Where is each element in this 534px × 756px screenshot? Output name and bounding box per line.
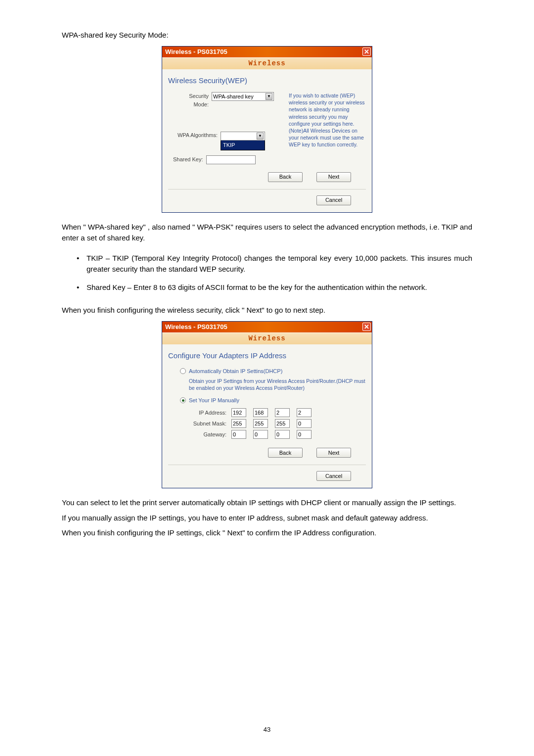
cancel-button[interactable]: Cancel (316, 195, 351, 205)
title-bar: Wireless - PS031705 ✕ (162, 47, 372, 57)
shared-key-label: Shared Key: (173, 155, 203, 164)
dialog-body: Configure Your Adapters IP Address Autom… (162, 344, 372, 488)
banner-text: Wireless (248, 333, 285, 344)
shared-key-input[interactable] (206, 155, 256, 164)
chevron-down-icon: ▼ (257, 133, 264, 140)
mask-octet-input[interactable]: 255 (253, 419, 268, 428)
ip-config-dialog: Wireless - PS031705 ✕ Wireless Configure… (162, 321, 372, 489)
paragraph: When " WPA-shared key" , also named " WP… (62, 222, 472, 244)
cancel-button[interactable]: Cancel (316, 471, 351, 481)
radio-icon (180, 397, 186, 403)
close-icon[interactable]: ✕ (362, 47, 371, 56)
gateway-octet-input[interactable]: 0 (253, 430, 268, 439)
back-button[interactable]: Back (268, 172, 303, 182)
mask-octet-input[interactable]: 255 (231, 419, 246, 428)
wpa-algorithms-label: WPA Algorithms: (173, 131, 218, 140)
security-mode-value: WPA-shared key (213, 93, 254, 101)
security-mode-select[interactable]: WPA-shared key ▼ (212, 92, 274, 101)
security-mode-label: Security Mode: (173, 92, 209, 108)
radio-manual-label: Set Your IP Manually (189, 396, 239, 405)
paragraph: You can select to let the print server a… (62, 497, 472, 509)
title-bar: Wireless - PS031705 ✕ (162, 322, 372, 332)
ip-octet-input[interactable]: 192 (231, 408, 246, 417)
dropdown-option-tkip[interactable]: TKIP (221, 141, 265, 150)
radio-icon (180, 368, 186, 374)
dialog-banner: Wireless (162, 57, 372, 69)
radio-dhcp[interactable]: Automatically Obtain IP Settins(DHCP) (180, 367, 366, 376)
ip-octet-input[interactable]: 2 (275, 408, 290, 417)
radio-manual[interactable]: Set Your IP Manually (180, 396, 366, 405)
shared-key-row: Shared Key: (173, 155, 289, 164)
ip-address-label: IP Address: (193, 409, 228, 417)
mask-octet-input[interactable]: 255 (275, 419, 290, 428)
wpa-algorithms-select[interactable]: ▼ (221, 132, 265, 141)
wpa-heading: WPA-shared key Security Mode: (62, 30, 472, 41)
ip-octet-input[interactable]: 168 (253, 408, 268, 417)
ip-octet-input[interactable]: 2 (297, 408, 312, 417)
dialog-body: Wireless Security(WEP) Security Mode: WP… (162, 69, 372, 212)
wpa-algorithms-row: WPA Algorithms: ▼ TKIP (173, 130, 289, 150)
bullet-list: TKIP – TKIP (Temporal Key Integrity Prot… (62, 248, 472, 305)
paragraph: If you manually assign the IP settings, … (62, 513, 472, 524)
list-item: Shared Key – Enter 8 to 63 digits of ASC… (77, 282, 472, 293)
gateway-octet-input[interactable]: 0 (231, 430, 246, 439)
list-item: TKIP – TKIP (Temporal Key Integrity Prot… (77, 253, 472, 275)
banner-text: Wireless (248, 58, 285, 69)
help-text: If you wish to activate (WEP) wireless s… (289, 92, 366, 169)
dialog-title: Wireless - PS031705 (165, 322, 227, 332)
wpa-algorithms-dropdown[interactable]: TKIP (221, 140, 265, 150)
ip-section-title: Configure Your Adapters IP Address (168, 350, 366, 362)
dialog-title: Wireless - PS031705 (165, 47, 227, 57)
gateway-octet-input[interactable]: 0 (275, 430, 290, 439)
close-icon[interactable]: ✕ (362, 323, 371, 331)
gateway-octet-input[interactable]: 0 (297, 430, 312, 439)
mask-octet-input[interactable]: 0 (297, 419, 312, 428)
security-section-title: Wireless Security(WEP) (168, 75, 366, 87)
wireless-security-dialog: Wireless - PS031705 ✕ Wireless Wireless … (162, 46, 372, 213)
back-button[interactable]: Back (268, 448, 303, 458)
paragraph: When you finish configuring the IP setti… (62, 527, 472, 539)
gateway-label: Gateway: (193, 430, 228, 439)
next-button[interactable]: Next (316, 448, 351, 458)
security-mode-row: Security Mode: WPA-shared key ▼ (173, 92, 289, 108)
paragraph: When you finish configuring the wireless… (62, 305, 472, 316)
subnet-mask-label: Subnet Mask: (193, 420, 228, 428)
page-number: 43 (0, 725, 534, 735)
chevron-down-icon: ▼ (266, 93, 272, 100)
dialog-banner: Wireless (162, 332, 372, 344)
dhcp-note: Obtain your IP Settings from your Wirele… (180, 378, 366, 391)
next-button[interactable]: Next (316, 172, 351, 182)
radio-dhcp-label: Automatically Obtain IP Settins(DHCP) (189, 367, 282, 376)
